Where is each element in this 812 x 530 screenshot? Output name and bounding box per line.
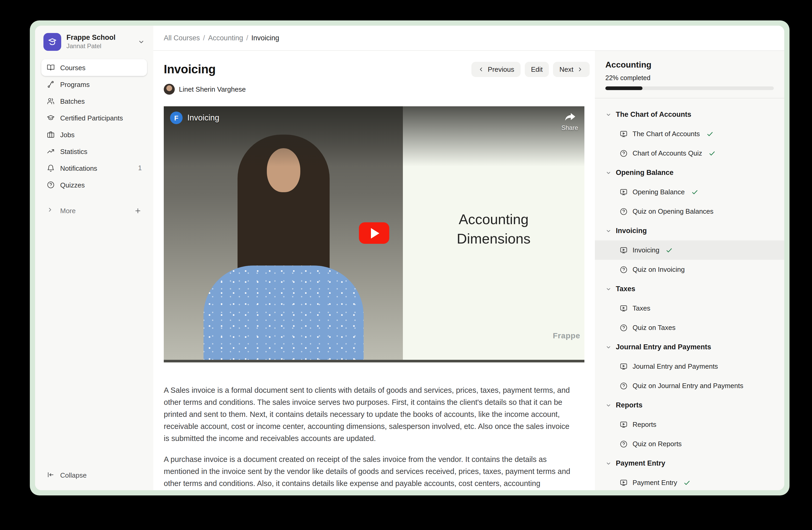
outline-section-opening-balance[interactable]: Opening Balance	[595, 163, 784, 182]
course-title: Accounting	[605, 60, 774, 70]
outline-section-taxes[interactable]: Taxes	[595, 279, 784, 298]
sidebar-item-notifications[interactable]: Notifications1	[41, 160, 147, 177]
outline-lesson-payment-entry[interactable]: Payment Entry	[595, 473, 784, 490]
edit-button[interactable]: Edit	[525, 62, 549, 77]
sidebar-item-label: Notifications	[60, 164, 97, 172]
sidebar-item-jobs[interactable]: Jobs	[41, 126, 147, 143]
outline-lesson-opening-balance[interactable]: Opening Balance	[595, 182, 784, 201]
graduation-cap-icon	[46, 114, 55, 122]
sidebar-item-batches[interactable]: Batches	[41, 93, 147, 110]
quiz-icon	[620, 207, 628, 215]
sidebar-item-programs[interactable]: Programs	[41, 76, 147, 93]
video-player[interactable]: Accounting Dimensions Frappe F Invoicing	[164, 106, 584, 362]
outline-lesson-invoicing[interactable]: Invoicing	[595, 240, 784, 260]
sidebar-item-statistics[interactable]: Statistics	[41, 143, 147, 160]
outline-item-label: Quiz on Invoicing	[633, 266, 685, 274]
share-icon	[564, 113, 576, 123]
sidebar-item-label: Quizzes	[60, 181, 85, 189]
outline-item-label: Invoicing	[633, 246, 659, 254]
school-name: Frappe School	[67, 33, 116, 42]
outline-item-label: Taxes	[633, 304, 650, 312]
next-button[interactable]: Next	[553, 62, 590, 77]
chevron-down-icon	[605, 402, 612, 408]
lesson-video-icon	[620, 478, 628, 487]
play-button[interactable]	[359, 222, 389, 244]
sidebar-item-more[interactable]: More	[41, 203, 147, 219]
frappe-school-logo	[43, 33, 61, 51]
add-icon[interactable]	[134, 207, 142, 214]
more-label: More	[60, 207, 76, 214]
outline-section-title: Journal Entry and Payments	[616, 343, 711, 351]
outline-lesson-reports[interactable]: Reports	[595, 415, 784, 434]
outline-section-the-chart-of-accounts[interactable]: The Chart of Accounts	[595, 105, 784, 124]
breadcrumb-all-courses[interactable]: All Courses	[164, 34, 200, 42]
sidebar-nav: CoursesProgramsBatchesCertified Particip…	[41, 59, 147, 193]
breadcrumb-accounting[interactable]: Accounting	[208, 34, 243, 42]
quiz-icon	[620, 265, 628, 274]
chevron-down-icon	[605, 460, 612, 466]
sidebar-item-label: Programs	[60, 80, 90, 88]
outline-section-invoicing[interactable]: Invoicing	[595, 221, 784, 240]
sidebar-item-certified-participants[interactable]: Certified Participants	[41, 110, 147, 126]
sidebar-item-label: Courses	[60, 64, 86, 71]
breadcrumb-current: Invoicing	[251, 34, 279, 42]
trending-up-icon	[46, 147, 55, 155]
author-name: Linet Sherin Varghese	[179, 85, 246, 93]
lesson-body-text: A Sales invoice is a formal document sen…	[164, 385, 572, 490]
briefcase-icon	[46, 130, 55, 139]
outline-quiz-quiz-on-journal-entry-and-payments[interactable]: Quiz on Journal Entry and Payments	[595, 376, 784, 395]
outline-section-title: Taxes	[616, 285, 635, 293]
outline-item-label: Quiz on Reports	[633, 440, 682, 448]
outline-section-title: Reports	[616, 401, 642, 409]
outline-lesson-taxes[interactable]: Taxes	[595, 298, 784, 318]
paragraph: A Sales invoice is a formal document sen…	[164, 385, 572, 445]
outline-section-payment-entry[interactable]: Payment Entry	[595, 454, 784, 473]
video-title-link[interactable]: F Invoicing	[170, 112, 219, 124]
outline-quiz-quiz-on-opening-balances[interactable]: Quiz on Opening Balances	[595, 201, 784, 221]
outline-section-title: The Chart of Accounts	[616, 111, 692, 118]
collapse-label: Collapse	[60, 471, 87, 479]
channel-avatar[interactable]: F	[170, 112, 183, 124]
outline-quiz-quiz-on-invoicing[interactable]: Quiz on Invoicing	[595, 260, 784, 279]
share-button[interactable]: Share	[561, 113, 578, 131]
chevron-down-icon	[605, 169, 612, 176]
notification-count-badge: 1	[138, 165, 142, 172]
outline-item-label: Chart of Accounts Quiz	[633, 149, 702, 157]
sidebar-item-label: Jobs	[60, 131, 75, 139]
sidebar-item-label: Statistics	[60, 148, 87, 155]
outline-quiz-quiz-on-taxes[interactable]: Quiz on Taxes	[595, 318, 784, 337]
chevron-down-icon	[605, 111, 612, 117]
completed-check-icon	[684, 479, 691, 486]
chevron-down-icon	[605, 344, 612, 350]
school-switcher[interactable]: Frappe School Jannat Patel	[41, 33, 147, 51]
sidebar-item-quizzes[interactable]: Quizzes	[41, 177, 147, 193]
graduation-cap-icon	[46, 36, 58, 48]
outline-quiz-quiz-on-reports[interactable]: Quiz on Reports	[595, 434, 784, 454]
quiz-icon	[620, 381, 628, 390]
lesson-content: Invoicing Previous Edit Nex	[153, 51, 595, 490]
sidebar-item-courses[interactable]: Courses	[41, 59, 147, 76]
page-title: Invoicing	[164, 62, 216, 76]
chevron-down-icon[interactable]	[137, 38, 145, 45]
frappe-wordmark: Frappe	[553, 331, 580, 340]
outline-section-journal-entry-and-payments[interactable]: Journal Entry and Payments	[595, 337, 784, 357]
breadcrumb-separator: /	[203, 34, 205, 42]
course-outline-panel: Accounting 22% completed The Chart of Ac…	[595, 51, 784, 490]
author-avatar	[164, 84, 175, 95]
outline-item-label: Reports	[633, 420, 656, 428]
users-icon	[46, 97, 55, 105]
lesson-video-icon	[620, 130, 628, 138]
outline-item-label: Opening Balance	[633, 188, 685, 196]
completed-check-icon	[708, 150, 716, 157]
main-area: All Courses / Accounting / Invoicing Inv…	[153, 26, 784, 490]
outline-lesson-the-chart-of-accounts[interactable]: The Chart of Accounts	[595, 124, 784, 143]
completed-check-icon	[666, 247, 673, 254]
previous-button[interactable]: Previous	[472, 62, 521, 77]
chevron-down-icon	[605, 286, 612, 292]
outline-lesson-journal-entry-and-payments[interactable]: Journal Entry and Payments	[595, 357, 784, 376]
outline-item-label: Payment Entry	[633, 479, 677, 487]
collapse-sidebar-button[interactable]: Collapse	[41, 467, 147, 483]
collapse-icon	[46, 471, 55, 479]
outline-quiz-chart-of-accounts-quiz[interactable]: Chart of Accounts Quiz	[595, 143, 784, 163]
outline-section-reports[interactable]: Reports	[595, 395, 784, 415]
